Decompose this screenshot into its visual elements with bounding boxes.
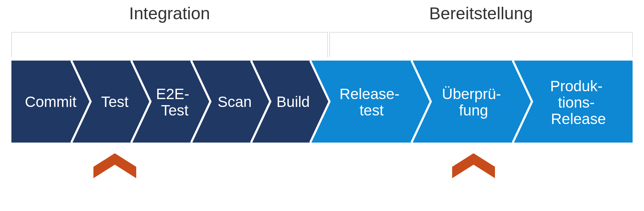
- stage-label-ueberpruefung-line2: fung: [459, 102, 488, 119]
- stage-label-e2e-line2: Test: [161, 102, 188, 119]
- stage-label-ueberpruefung-line1: Überprü-: [442, 86, 501, 102]
- stage-label-build: Build: [276, 93, 310, 110]
- stage-label-releasetest-line2: test: [359, 102, 384, 119]
- stage-label-scan: Scan: [218, 93, 252, 110]
- svg-text:Scan: Scan: [218, 93, 252, 110]
- svg-text:E2E-
          Test: E2E- Test: [156, 86, 193, 119]
- stage-label-releasetest-line1: Release-: [339, 86, 399, 102]
- stage-label-e2e-line1: E2E-: [156, 86, 189, 102]
- pipeline: Commit Test E2E- Test Scan Build Release…: [11, 61, 633, 143]
- svg-text:Build: Build: [276, 93, 310, 110]
- pipeline-diagram: Integration Bereitstellung: [0, 0, 644, 211]
- svg-text:Test: Test: [101, 93, 128, 110]
- stage-label-prodrelease-line2: tions-: [558, 94, 595, 111]
- stage-label-prodrelease-line3: Release: [551, 110, 606, 127]
- phase-bracket-deployment: [329, 32, 633, 57]
- stage-label-test: Test: [101, 93, 128, 110]
- phase-bracket-integration: [11, 32, 328, 57]
- chevron-up-icon: [93, 153, 136, 178]
- stage-label-prodrelease-line1: Produk-: [550, 78, 603, 94]
- phase-heading-deployment: Bereitstellung: [329, 4, 633, 23]
- chevron-up-icon: [452, 153, 495, 178]
- stage-label-commit: Commit: [25, 93, 77, 110]
- svg-text:Produk-
          tions-
     : Produk- tions- Release: [550, 78, 607, 127]
- svg-text:Commit: Commit: [25, 93, 77, 110]
- phase-heading-integration: Integration: [11, 4, 328, 23]
